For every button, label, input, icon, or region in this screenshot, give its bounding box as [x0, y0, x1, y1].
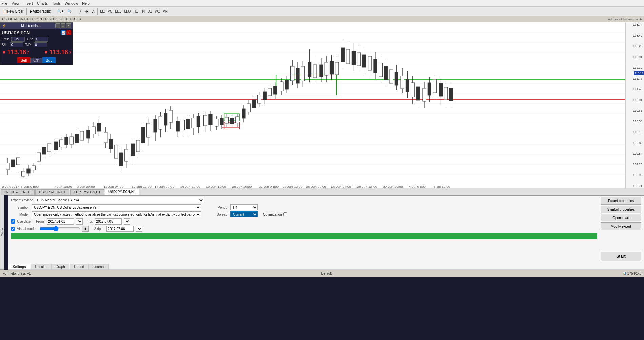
skip-to-input[interactable] [106, 226, 134, 232]
toolbar-separator-4 [97, 8, 98, 15]
svg-rect-181 [439, 83, 442, 96]
svg-rect-44 [65, 137, 68, 145]
svg-text:14 Jun 20:00: 14 Jun 20:00 [155, 185, 175, 188]
price-label-12: 109.54 [626, 152, 643, 155]
toolbar: 📋 New Order ▶ AutoTrading 🔍+ 🔍- ╱ ✛ A M1… [0, 7, 644, 16]
svg-rect-24 [11, 160, 15, 167]
timeframe-m30[interactable]: M30 [123, 9, 132, 13]
zoom-out-button[interactable]: 🔍- [66, 8, 74, 15]
close-button[interactable]: ✕ [66, 23, 71, 28]
period-dropdown[interactable]: H4 [230, 204, 258, 210]
svg-rect-179 [433, 79, 437, 93]
svg-rect-117 [263, 92, 266, 100]
tab-eurjpy[interactable]: EURJPY-ECN,H1 [70, 189, 104, 195]
sl-input[interactable] [10, 42, 23, 47]
svg-rect-52 [87, 130, 90, 138]
tab-nzdjpy[interactable]: NZDJPY-ECN,H1 [1, 189, 35, 195]
svg-rect-135 [313, 65, 317, 78]
tester-tab-report[interactable]: Report [70, 264, 89, 269]
tab-usdjpy[interactable]: USDJPY-ECN,H4 [105, 189, 139, 195]
tab-gbpjpy[interactable]: GBPJPY-ECN,H1 [35, 189, 69, 195]
svg-rect-109 [242, 109, 245, 118]
timeframe-d1[interactable]: D1 [147, 9, 153, 13]
menu-tools[interactable]: Tools [52, 1, 61, 5]
down-arrow-icon-2: ▼ [44, 50, 48, 55]
status-bar-center: Default [321, 272, 332, 275]
menu-view[interactable]: View [12, 1, 20, 5]
open-chart-button[interactable]: Open chart [601, 214, 641, 221]
toolbar-separator-3 [76, 8, 76, 15]
close-symbol-button[interactable]: ✕ [66, 30, 71, 35]
svg-rect-60 [109, 139, 113, 149]
tester-tab-settings[interactable]: Settings [8, 264, 30, 269]
from-date-picker[interactable]: ▼ [76, 218, 83, 225]
menu-insert[interactable]: Insert [23, 1, 33, 5]
svg-rect-113 [252, 100, 256, 108]
timeframe-m5[interactable]: M5 [106, 9, 113, 13]
menu-help[interactable]: Help [82, 1, 90, 5]
svg-rect-102 [225, 117, 228, 123]
visual-mode-checkbox[interactable] [11, 227, 15, 231]
menu-charts[interactable]: Charts [37, 1, 48, 5]
chart-button[interactable]: 📈 [61, 30, 66, 35]
tester-tab-graph[interactable]: Graph [51, 264, 69, 269]
svg-rect-123 [280, 82, 283, 91]
tester-side-label: Tester [0, 195, 4, 270]
line-tool-button[interactable]: ╱ [78, 8, 83, 15]
timeframe-w1[interactable]: W1 [154, 9, 161, 13]
expert-dropdown[interactable]: ECS Master Candle EA.ex4 [35, 197, 204, 203]
minimize-button[interactable]: _ [55, 23, 60, 28]
price-label-10: 110.10 [626, 130, 643, 134]
timeframe-h4[interactable]: H4 [140, 9, 146, 13]
action-buttons: Expert properties Symbol properties Open… [601, 197, 641, 230]
to-date-input[interactable] [95, 218, 122, 225]
use-date-checkbox[interactable] [11, 219, 15, 224]
spread-dropdown[interactable]: Current [230, 211, 258, 217]
autotrading-button[interactable]: ▶ AutoTrading [28, 8, 53, 15]
tester-tab-journal[interactable]: Journal [89, 264, 109, 269]
symbol-properties-button[interactable]: Symbol properties [601, 206, 641, 213]
spread-value: 0.3° [30, 58, 42, 63]
timeframe-mn[interactable]: MN [161, 9, 169, 13]
timeframe-m1[interactable]: M1 [99, 9, 106, 13]
visual-speed-slider[interactable] [39, 226, 80, 231]
modify-expert-button[interactable]: Modify expert [601, 222, 641, 230]
tester-tab-results[interactable]: Results [31, 264, 51, 269]
symbol-dropdown[interactable]: USDJPY-ECN, US Dollar vs Japanese Yen [32, 204, 201, 210]
svg-rect-94 [204, 115, 207, 126]
to-date-picker[interactable]: ▼ [124, 218, 130, 225]
svg-rect-28 [22, 171, 25, 176]
crosshair-button[interactable]: ✛ [84, 8, 90, 15]
svg-text:5 Jul 12:00: 5 Jul 12:00 [434, 185, 450, 188]
menu-file[interactable]: File [1, 1, 7, 5]
skip-to-picker[interactable]: ▼ [136, 226, 142, 232]
new-order-button[interactable]: 📋 New Order [1, 8, 25, 15]
svg-text:16 Jun 12:00: 16 Jun 12:00 [180, 185, 200, 188]
ts-input[interactable] [35, 37, 48, 42]
zoom-in-button[interactable]: 🔍+ [56, 8, 65, 15]
lots-row: Lots: T/S: [2, 37, 71, 42]
chart-container[interactable]: 2 Jun 2017 6 Jun 04:00 7 Jun 12:00 8 Jun… [0, 22, 625, 188]
pause-button[interactable]: ⏸ [82, 226, 89, 232]
model-dropdown[interactable]: Open prices only (fastest method to anal… [32, 211, 201, 217]
expert-properties-button[interactable]: Expert properties [601, 197, 641, 205]
tp-input[interactable] [34, 42, 47, 47]
timeframe-h1[interactable]: H1 [133, 9, 139, 13]
optimization-checkbox[interactable] [283, 212, 287, 216]
from-date-input[interactable] [47, 218, 74, 225]
lots-input[interactable] [11, 37, 25, 42]
chart-title-text: USDJPY-ECN,H4 113.219 113.260 113.026 11… [2, 17, 81, 21]
menu-window[interactable]: Window [65, 1, 78, 5]
buy-button[interactable]: Buy [42, 57, 56, 63]
spread-bar: Sell 0.3° Buy [2, 57, 71, 63]
maximize-button[interactable]: □ [61, 23, 65, 28]
price-label-2: 113.25 [626, 44, 643, 48]
timeframe-m15[interactable]: M15 [114, 9, 122, 13]
start-button[interactable]: Start [601, 252, 641, 261]
price-label-5: 111.77 [626, 77, 643, 80]
text-button[interactable]: A [90, 8, 96, 15]
svg-rect-56 [97, 123, 100, 131]
sell-price-value: 113.16 [7, 49, 26, 56]
sl-tp-row: S/L: T/P: [2, 42, 71, 47]
sell-button[interactable]: Sell [17, 57, 30, 63]
